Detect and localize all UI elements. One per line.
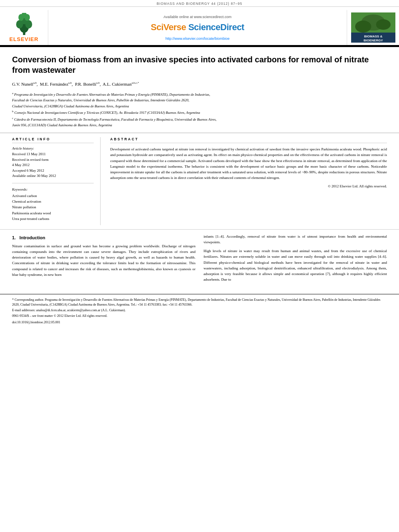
body-left-column: 1. Introduction Nitrate contamination in… xyxy=(12,234,195,286)
sciverse-logo: SciVerse ScienceDirect xyxy=(151,22,244,33)
author-bonelli: P.R. Bonelli xyxy=(75,82,96,86)
keyword-1: Activated carbon xyxy=(12,193,94,199)
author-fernandez: M.E. Fernández xyxy=(40,82,68,86)
elsevier-label: ELSEVIER xyxy=(9,36,38,42)
abstract-header: ABSTRACT xyxy=(110,137,387,143)
biomass-bioenergy-logo: BIOMASS & BIOENERGY xyxy=(351,12,395,43)
keyword-2: Chemical activation xyxy=(12,199,94,204)
revised-date: 4 May 2012 xyxy=(12,162,94,168)
body-right-column: infants [1–4]. Accordingly, removal of n… xyxy=(204,234,387,286)
article-info-abstract-section: ARTICLE INFO Article history: Received 1… xyxy=(0,133,399,229)
affiliation-a-cont2: Ciudad Universitaria, (C1428BGA) Ciudad … xyxy=(12,104,387,109)
intro-left-text: Nitrate contamination in surface and gro… xyxy=(12,243,195,278)
svg-text:BIOENERGY: BIOENERGY xyxy=(363,39,383,42)
svg-point-10 xyxy=(355,21,371,33)
doi-line: doi:10.1016/j.biombioe.2012.05.001 xyxy=(12,320,387,324)
available-online-text: Available online at www.sciencedirect.co… xyxy=(164,15,232,19)
keywords-label: Keywords: xyxy=(12,187,94,191)
keywords-section: Keywords: Activated carbon Chemical acti… xyxy=(12,187,94,222)
keyword-5: Urea post-treated carbons xyxy=(12,216,94,222)
elsevier-url[interactable]: http://www.elsevier.com/locate/biombioe xyxy=(165,37,230,41)
article-title-section: Conversion of biomass from an invasive s… xyxy=(0,47,399,133)
affiliation-a-cont1: Facultad de Ciencias Exactas y Naturales… xyxy=(12,98,387,103)
section-1-header: 1. Introduction xyxy=(12,235,195,240)
body-content: 1. Introduction Nitrate contamination in… xyxy=(0,230,399,290)
corresponding-author-note: * Corresponding author. Programa de Inve… xyxy=(12,298,387,308)
accepted-date: Accepted 6 May 2012 xyxy=(12,168,94,174)
author-cukierman: A.L. Cukierman xyxy=(103,82,132,86)
abstract-column: ABSTRACT Development of activated carbon… xyxy=(109,137,387,225)
rights-note: 0961-9534/$ – see front matter © 2012 El… xyxy=(12,314,387,318)
elsevier-logo: ELSEVIER xyxy=(0,10,48,45)
header-area: ELSEVIER Available online at www.science… xyxy=(0,7,399,46)
keyword-3: Nitrate pollution xyxy=(12,204,94,210)
affiliation-a: a Programa de Investigación y Desarrollo… xyxy=(12,91,387,98)
available-date: Available online 30 May 2012 xyxy=(12,173,94,179)
article-info-header: ARTICLE INFO xyxy=(12,137,94,143)
article-info-column: ARTICLE INFO Article history: Received 1… xyxy=(12,137,101,225)
footer-notes: * Corresponding author. Programa de Inve… xyxy=(0,294,399,327)
journal-logo-box: BIOMASS & BIOENERGY xyxy=(347,10,399,45)
header-center: Available online at www.sciencedirect.co… xyxy=(48,10,347,45)
journal-citation: BIOMASS AND BIOENERGY 44 (2012) 87–95 xyxy=(156,2,242,6)
history-label: Article history: xyxy=(12,146,94,150)
svg-point-11 xyxy=(376,19,391,30)
received-date: Received 13 May 2011 xyxy=(12,152,94,157)
affiliation-c: c Cátedra de Farmacotecnia II, Departame… xyxy=(12,116,387,123)
article-title: Conversion of biomass from an invasive s… xyxy=(12,54,387,75)
intro-right-text: infants [1–4]. Accordingly, removal of n… xyxy=(204,234,387,283)
copyright-line: © 2012 Elsevier Ltd. All rights reserved… xyxy=(110,184,387,188)
abstract-text: Development of activated carbons targete… xyxy=(110,146,387,181)
svg-text:BIOMASS &: BIOMASS & xyxy=(364,35,383,38)
affiliation-c-cont: Junín 956, (C1113AAD) Ciudad Autónoma de… xyxy=(12,123,387,128)
affiliation-b: b Consejo Nacional de Investigaciones Ci… xyxy=(12,109,387,116)
affiliations: a Programa de Investigación y Desarrollo… xyxy=(12,91,387,129)
email-note: E-mail addresses: analea@di.fcen.uba.ar,… xyxy=(12,308,387,313)
history-section: Article history: Received 13 May 2011 Re… xyxy=(12,146,94,183)
elsevier-tree-icon xyxy=(12,13,36,35)
journal-bar: BIOMASS AND BIOENERGY 44 (2012) 87–95 xyxy=(0,0,399,7)
keyword-4: Parkinsonia aculeata wood xyxy=(12,210,94,216)
author-nunell: G.V. Nunell xyxy=(12,82,33,86)
authors-line: G.V. Nunella,b, M.E. Fernándeza,b, P.R. … xyxy=(12,81,387,88)
revised-label: Received in revised form xyxy=(12,157,94,163)
